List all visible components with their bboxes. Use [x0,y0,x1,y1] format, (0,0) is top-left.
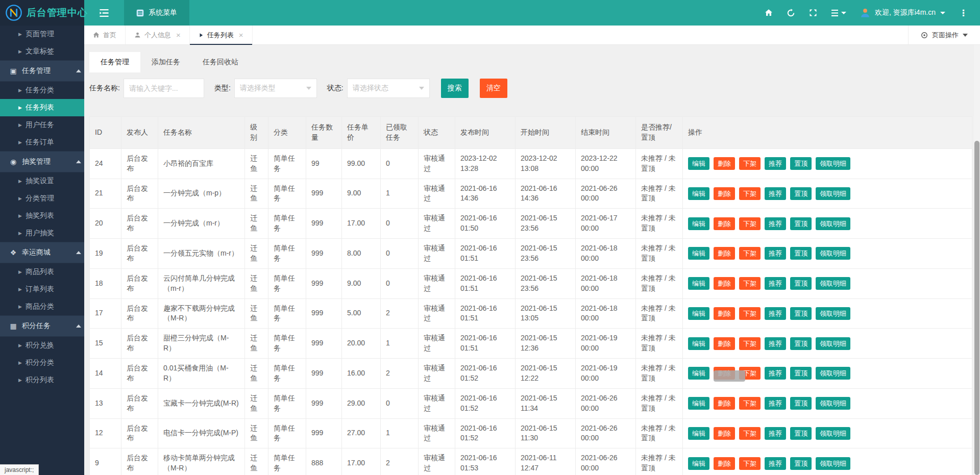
type-select[interactable]: 请选择类型 [234,79,317,98]
pin-button[interactable]: 置顶 [790,247,812,260]
recommend-button[interactable]: 推荐 [765,217,786,230]
claim-detail-button[interactable]: 领取明细 [816,397,850,410]
claim-detail-button[interactable]: 领取明细 [816,277,850,290]
sidebar-item[interactable]: ▶文章标签 [0,43,84,60]
sidebar-item[interactable]: ▶任务订单 [0,134,84,151]
delete-button[interactable]: 删除 [714,217,735,230]
edit-button[interactable]: 编辑 [688,187,709,200]
recommend-button[interactable]: 推荐 [765,457,786,470]
edit-button[interactable]: 编辑 [688,247,709,260]
sidebar-group[interactable]: ◉抽奖管理 [0,151,84,172]
sidebar-group[interactable]: ▣任务管理 [0,60,84,82]
edit-button[interactable]: 编辑 [688,277,709,290]
page-tab[interactable]: 首页 [84,26,126,44]
recommend-button[interactable]: 推荐 [765,427,786,440]
pin-button[interactable]: 置顶 [790,307,812,320]
claim-detail-button[interactable]: 领取明细 [816,367,850,380]
scrollbar-thumb[interactable] [974,141,979,475]
edit-button[interactable]: 编辑 [688,397,709,410]
panel-tab[interactable]: 添加任务 [140,52,191,72]
page-tab[interactable]: 任务列表× [190,26,253,44]
page-operations-button[interactable]: 页面操作 [908,26,980,44]
claim-detail-button[interactable]: 领取明细 [816,307,850,320]
recommend-button[interactable]: 推荐 [765,277,786,290]
fullscreen-icon[interactable] [809,9,817,17]
search-button[interactable]: 搜索 [441,79,469,98]
clear-button[interactable]: 清空 [480,79,507,98]
panel-tab[interactable]: 任务管理 [89,52,140,72]
edit-button[interactable]: 编辑 [688,157,709,170]
page-tab[interactable]: 个人信息× [126,26,190,44]
offshelf-button[interactable]: 下架 [739,397,761,410]
claim-detail-button[interactable]: 领取明细 [816,217,850,230]
offshelf-button[interactable]: 下架 [739,427,761,440]
edit-button[interactable]: 编辑 [688,307,709,320]
recommend-button[interactable]: 推荐 [765,157,786,170]
status-select[interactable]: 请选择状态 [347,79,430,98]
close-icon[interactable]: × [239,31,243,39]
sidebar-item[interactable]: ▶页面管理 [0,26,84,43]
recommend-button[interactable]: 推荐 [765,367,786,380]
sidebar-item[interactable]: ▶任务分类 [0,82,84,99]
edit-button[interactable]: 编辑 [688,217,709,230]
recommend-button[interactable]: 推荐 [765,187,786,200]
recommend-button[interactable]: 推荐 [765,307,786,320]
pin-button[interactable]: 置顶 [790,427,812,440]
delete-button[interactable]: 删除 [714,307,735,320]
offshelf-button[interactable]: 下架 [739,217,761,230]
delete-button[interactable]: 删除 [714,427,735,440]
edit-button[interactable]: 编辑 [688,427,709,440]
offshelf-button[interactable]: 下架 [739,337,761,350]
sidebar-item[interactable]: ▶抽奖设置 [0,172,84,190]
recommend-button[interactable]: 推荐 [765,337,786,350]
edit-button[interactable]: 编辑 [688,457,709,470]
delete-button[interactable]: 删除 [714,277,735,290]
delete-button[interactable]: 删除 [714,247,735,260]
sidebar-item[interactable]: ▶积分兑换 [0,337,84,354]
sidebar-item[interactable]: ▶积分列表 [0,371,84,389]
delete-button[interactable]: 删除 [714,457,735,470]
offshelf-button[interactable]: 下架 [739,457,761,470]
panel-tab[interactable]: 任务回收站 [191,52,250,72]
edit-button[interactable]: 编辑 [688,367,709,380]
delete-button[interactable]: 删除 [714,157,735,170]
sidebar-item[interactable]: ▶商品列表 [0,263,84,281]
sidebar-item[interactable]: ▶商品分类 [0,298,84,315]
claim-detail-button[interactable]: 领取明细 [816,457,850,470]
delete-button[interactable]: 删除 [714,397,735,410]
refresh-icon[interactable] [787,9,795,17]
offshelf-button[interactable]: 下架 [739,187,761,200]
pin-button[interactable]: 置顶 [790,397,812,410]
pin-button[interactable]: 置顶 [790,277,812,290]
pin-button[interactable]: 置顶 [790,217,812,230]
delete-button[interactable]: 删除 [714,337,735,350]
sidebar-item[interactable]: ▶订单列表 [0,281,84,298]
system-menu-button[interactable]: 系统菜单 [124,0,189,26]
more-options-icon[interactable]: ⋮ [959,9,968,17]
collapse-menu-icon[interactable] [84,9,124,17]
sidebar-item[interactable]: ▶任务列表 [0,99,84,116]
recommend-button[interactable]: 推荐 [765,397,786,410]
claim-detail-button[interactable]: 领取明细 [816,427,850,440]
claim-detail-button[interactable]: 领取明细 [816,247,850,260]
pin-button[interactable]: 置顶 [790,367,812,380]
edit-button[interactable]: 编辑 [688,337,709,350]
delete-button[interactable]: 删除 [714,187,735,200]
offshelf-button[interactable]: 下架 [739,277,761,290]
recommend-button[interactable]: 推荐 [765,247,786,260]
pin-button[interactable]: 置顶 [790,157,812,170]
claim-detail-button[interactable]: 领取明细 [816,157,850,170]
offshelf-button[interactable]: 下架 [739,157,761,170]
home-icon[interactable] [765,9,773,17]
claim-detail-button[interactable]: 领取明细 [816,187,850,200]
offshelf-button[interactable]: 下架 [739,247,761,260]
claim-detail-button[interactable]: 领取明细 [816,337,850,350]
pin-button[interactable]: 置顶 [790,337,812,350]
sidebar-item[interactable]: ▶用户任务 [0,116,84,134]
sidebar-item[interactable]: ▶抽奖列表 [0,207,84,224]
sidebar-group[interactable]: ❖幸运商城 [0,242,84,263]
close-icon[interactable]: × [176,31,181,39]
task-name-input[interactable] [124,79,204,98]
sidebar-group[interactable]: ▦积分任务 [0,315,84,337]
sidebar-item[interactable]: ▶积分分类 [0,354,84,371]
